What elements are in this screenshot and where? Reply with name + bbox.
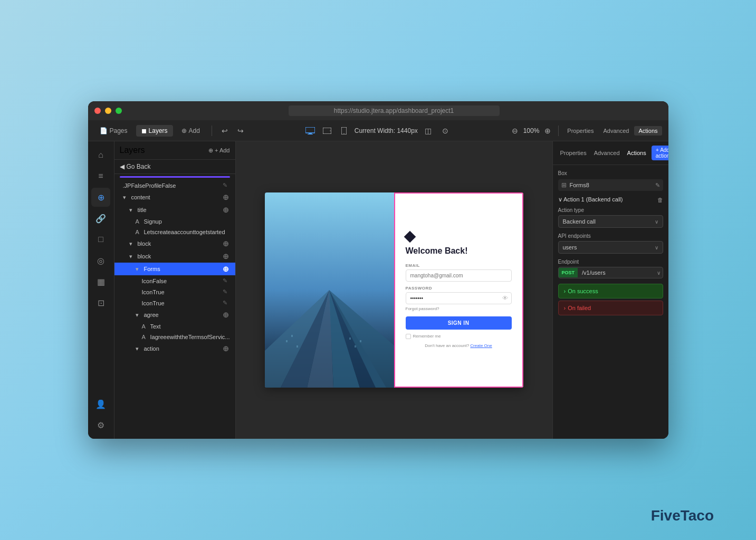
traffic-light-close[interactable] bbox=[94, 108, 101, 114]
traffic-light-minimize[interactable] bbox=[105, 108, 111, 114]
pages-tab[interactable]: 📄 Pages bbox=[94, 125, 133, 137]
list-icon-btn[interactable]: ≡ bbox=[91, 167, 110, 186]
layer-icontrue1[interactable]: IconTrue ✎ bbox=[114, 286, 235, 297]
home-icon-btn[interactable]: ⌂ bbox=[91, 146, 110, 165]
layer-action[interactable]: ▾ action ⊕ bbox=[114, 342, 235, 355]
props-actions-tab[interactable]: Actions bbox=[625, 149, 648, 157]
forgot-password-link[interactable]: Forgot password? bbox=[406, 306, 512, 311]
on-failed-button[interactable]: › On failed bbox=[558, 301, 663, 315]
on-success-button[interactable]: › On success bbox=[558, 284, 663, 298]
create-account-row: Don't have an account? Create One bbox=[406, 343, 512, 348]
action-title: ∨ Action 1 (Backend call) bbox=[558, 196, 623, 203]
password-field-container: 👁 bbox=[406, 292, 512, 304]
props-content: Box ⊞ Forms8 ✎ ∨ Action 1 (Backend call)… bbox=[553, 165, 668, 439]
layer-text[interactable]: A Text bbox=[114, 321, 235, 332]
redo-button[interactable]: ↪ bbox=[234, 124, 247, 137]
props-panel-header: Properties Advanced Actions + Add action bbox=[553, 141, 668, 165]
page-icon-btn[interactable]: □ bbox=[91, 230, 110, 249]
progress-bar bbox=[120, 176, 230, 178]
undo-button[interactable]: ↩ bbox=[218, 124, 231, 137]
sign-in-button[interactable]: SIGN IN bbox=[406, 316, 512, 330]
eye-icon[interactable]: 👁 bbox=[502, 295, 508, 301]
layer-title[interactable]: ▾ title ⊕ bbox=[114, 204, 235, 216]
success-chevron: › bbox=[564, 288, 566, 294]
zoom-level: 100% bbox=[523, 127, 540, 134]
props-advanced-tab[interactable]: Advanced bbox=[592, 149, 622, 157]
forms-name: Forms8 bbox=[570, 182, 652, 188]
image-icon-btn[interactable]: ⊡ bbox=[91, 293, 110, 312]
forms-edit-icon[interactable]: ✎ bbox=[655, 182, 660, 189]
layer-signup[interactable]: A Signup bbox=[114, 216, 235, 227]
target-icon-btn[interactable]: ◎ bbox=[91, 251, 110, 270]
layer-iconfalse[interactable]: IconFalse ✎ bbox=[114, 275, 235, 286]
forms-row: ⊞ Forms8 ✎ bbox=[558, 179, 663, 191]
main-toolbar: 📄 Pages ◼ Layers ⊕ Add ↩ ↪ bbox=[88, 120, 668, 141]
layer-agree[interactable]: ▾ agree ⊕ bbox=[114, 308, 235, 321]
settings-icon-btn[interactable]: ⚙ bbox=[91, 416, 110, 435]
toolbar-center: Current Width: 1440px ◫ ⊙ bbox=[251, 124, 504, 137]
url-bar[interactable]: https://studio.jtera.app/dashboard_proje… bbox=[289, 105, 500, 116]
preview-image bbox=[265, 192, 394, 388]
desktop-view-button[interactable] bbox=[304, 124, 317, 137]
browser-window: https://studio.jtera.app/dashboard_proje… bbox=[88, 101, 668, 439]
properties-tabs: Properties Advanced Actions bbox=[563, 126, 662, 136]
app-content: ⌂ ≡ ⊕ 🔗 □ ◎ ▦ ⊡ 👤 ⚙ Layers ⊕ + Add ◀ bbox=[88, 141, 668, 439]
go-back-button[interactable]: ◀ Go Back bbox=[114, 160, 235, 174]
pages-icon: 📄 bbox=[100, 127, 108, 134]
layer-letscreate[interactable]: A Letscreateaaccounttogetstarted bbox=[114, 227, 235, 237]
props-properties-tab[interactable]: Properties bbox=[558, 149, 589, 157]
tablet-portrait-button[interactable] bbox=[338, 124, 350, 137]
properties-tab[interactable]: Properties bbox=[563, 126, 598, 136]
settings-icon[interactable]: ⊙ bbox=[439, 124, 452, 137]
traffic-light-maximize[interactable] bbox=[116, 108, 122, 114]
canvas-area: Welcome Back! EMAIL PASSWORD 👁 Forgot pa… bbox=[236, 141, 552, 439]
create-one-link[interactable]: Create One bbox=[470, 343, 492, 348]
password-label: PASSWORD bbox=[406, 286, 512, 291]
no-account-text: Don't have an account? bbox=[425, 343, 469, 348]
layers-tab[interactable]: ◼ Layers bbox=[136, 125, 173, 137]
zoom-out-button[interactable]: ⊖ bbox=[509, 124, 521, 137]
password-input[interactable] bbox=[406, 292, 512, 304]
undo-redo: ↩ ↪ bbox=[218, 124, 247, 137]
layers-icon: ◼ bbox=[141, 127, 147, 134]
components-icon-btn[interactable]: ⊕ bbox=[91, 188, 110, 207]
layers-panel-title: Layers bbox=[120, 146, 145, 155]
svg-rect-16 bbox=[296, 345, 298, 348]
users-icon-btn[interactable]: 👤 bbox=[91, 394, 110, 413]
svg-rect-18 bbox=[355, 345, 356, 348]
endpoint-chevron-icon[interactable]: ∨ bbox=[655, 268, 663, 278]
remember-label: Remember me bbox=[413, 334, 441, 339]
add-icon: ⊕ bbox=[181, 127, 187, 134]
api-endpoints-select[interactable]: users ∨ bbox=[558, 241, 663, 254]
layer-forms[interactable]: ▾ Forms ⊕ bbox=[114, 263, 235, 275]
add-tab[interactable]: ⊕ Add bbox=[176, 125, 205, 137]
toolbar-divider-1 bbox=[212, 126, 212, 136]
layer-block2[interactable]: ▾ block ⊕ bbox=[114, 250, 235, 263]
api-chevron-icon: ∨ bbox=[655, 245, 658, 250]
action-type-select[interactable]: Backend call ∨ bbox=[558, 215, 663, 228]
fivetaco-brand: FiveTaco bbox=[651, 507, 714, 524]
layer-jpfalseprofilefalse[interactable]: .JPFalseProfileFalse ✎ bbox=[114, 180, 235, 191]
grid-icon-btn[interactable]: ▦ bbox=[91, 272, 110, 291]
actions-tab[interactable]: Actions bbox=[634, 126, 662, 136]
advanced-tab[interactable]: Advanced bbox=[599, 126, 633, 136]
action-delete-icon[interactable]: 🗑 bbox=[657, 197, 663, 203]
email-input[interactable] bbox=[406, 269, 512, 282]
current-width-label: Current Width: 1440px bbox=[355, 127, 418, 134]
remember-checkbox[interactable] bbox=[406, 334, 411, 339]
layer-block1[interactable]: ▾ block ⊕ bbox=[114, 237, 235, 250]
layer-content[interactable]: ▾ content ⊕ bbox=[114, 191, 235, 204]
layer-iagree[interactable]: A IagreeewiththeTermsofServic... bbox=[114, 332, 235, 342]
brand-part1: Five bbox=[651, 507, 681, 524]
zoom-control: ⊖ 100% ⊕ bbox=[509, 124, 554, 137]
form-diamond bbox=[404, 230, 416, 243]
add-button[interactable]: ⊕ + Add bbox=[208, 147, 229, 154]
responsive-icon[interactable]: ◫ bbox=[422, 124, 435, 137]
tablet-landscape-button[interactable] bbox=[321, 124, 333, 137]
title-bar: https://studio.jtera.app/dashboard_proje… bbox=[88, 101, 668, 120]
layers-list: .JPFalseProfileFalse ✎ ▾ content ⊕ ▾ tit… bbox=[114, 180, 235, 439]
link-icon-btn[interactable]: 🔗 bbox=[91, 209, 110, 228]
layer-icontrue2[interactable]: IconTrue ✎ bbox=[114, 297, 235, 308]
zoom-in-button[interactable]: ⊕ bbox=[541, 124, 554, 137]
add-action-button[interactable]: + Add action bbox=[652, 146, 668, 160]
